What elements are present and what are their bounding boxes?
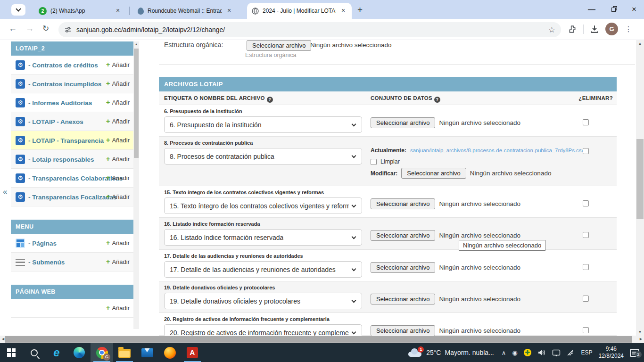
file-upload-button[interactable]: Seleccionar archivo [371, 262, 435, 273]
file-type-select[interactable]: 16. Listado índice formación reservada [164, 229, 362, 246]
sidebar-item[interactable]: - Submenús+Añadir [11, 253, 133, 272]
reload-button[interactable]: ↻ [42, 24, 49, 33]
start-button[interactable] [0, 343, 23, 362]
bookmark-star-icon[interactable]: ☆ [548, 25, 555, 35]
sidebar-item[interactable]: - Páginas+Añadir [11, 234, 133, 253]
close-icon[interactable]: × [339, 7, 347, 15]
notification-center-icon[interactable]: 2 [630, 349, 639, 357]
close-window-button[interactable]: × [623, 0, 644, 19]
file-type-select[interactable]: 6. Presupuesto de la institución [164, 116, 362, 133]
new-tab-button[interactable]: + [357, 5, 363, 15]
add-link[interactable]: +Añadir [106, 304, 130, 312]
close-icon[interactable]: × [114, 7, 122, 15]
file-upload-button[interactable]: Seleccionar archivo [247, 40, 311, 51]
file-upload-button[interactable]: Seleccionar archivo [371, 117, 435, 128]
file-upload-button[interactable]: Seleccionar archivo [371, 230, 435, 241]
add-link[interactable]: +Añadir [106, 60, 130, 68]
delete-checkbox[interactable] [583, 327, 589, 333]
sidebar-item[interactable]: ⚙- Lotaip responsables+Añadir [11, 150, 133, 169]
file-upload-button[interactable]: Seleccionar archivo [401, 168, 466, 179]
speaker-icon[interactable] [537, 349, 546, 356]
scrollbar-thumb[interactable] [5, 336, 632, 343]
sidebar-item[interactable]: ⚙- Transparencias Colaborativas+Añadir [11, 169, 133, 188]
add-link[interactable]: +Añadir [106, 173, 130, 181]
scroll-up-icon[interactable]: ▲ [636, 41, 644, 46]
taskbar-search-button[interactable] [23, 343, 45, 362]
scroll-up-icon[interactable]: ▲ [133, 42, 139, 46]
file-upload-button[interactable]: Seleccionar archivo [371, 198, 435, 209]
taskbar-edge[interactable] [68, 343, 91, 362]
url-bar[interactable]: sanjuan.gob.ec/admin/lotaip_2/lotaipv2/1… [58, 22, 561, 37]
forward-button[interactable]: → [25, 24, 34, 33]
add-link[interactable]: +Añadir [106, 192, 130, 200]
back-button[interactable]: ← [8, 24, 17, 33]
clock[interactable]: 9:46 12/8/2024 [599, 346, 624, 360]
download-icon[interactable] [590, 25, 599, 33]
scrollbar-thumb[interactable] [134, 49, 139, 158]
delete-checkbox[interactable] [583, 232, 589, 238]
horizontal-scrollbar[interactable]: ◄ ► [0, 336, 644, 343]
sidebar-collapse-arrow[interactable]: « [3, 187, 7, 197]
tab-whatsapp[interactable]: 2 (2) WhatsApp × [34, 3, 126, 19]
taskbar-ie[interactable]: e [45, 343, 68, 362]
tray-record-icon[interactable]: ◉ [512, 349, 517, 356]
add-link[interactable]: +Añadir [106, 257, 130, 265]
taskbar-file-explorer[interactable] [113, 343, 136, 362]
file-upload-button[interactable]: Seleccionar archivo [371, 325, 435, 336]
taskbar-acrobat[interactable]: A [181, 343, 204, 362]
taskbar-firefox[interactable] [158, 343, 181, 362]
antivirus-icon[interactable]: ✚ [524, 349, 531, 356]
dataset-cell: Seleccionar archivoNingún archivo selecc… [371, 281, 579, 313]
delete-checkbox[interactable] [583, 264, 589, 270]
sidebar-scrollbar[interactable]: ▲ [133, 41, 139, 329]
vertical-scrollbar[interactable]: ▲ ▼ [636, 40, 644, 336]
tab-search-button[interactable] [11, 4, 25, 16]
scroll-right-icon[interactable]: ► [639, 337, 643, 341]
file-type-select[interactable]: 17. Detalle de las audiencias y reunione… [164, 261, 362, 278]
profile-avatar[interactable]: G [605, 23, 618, 35]
delete-checkbox[interactable] [583, 296, 589, 302]
close-icon[interactable]: × [225, 7, 233, 15]
taskbar-chrome[interactable]: G [91, 343, 113, 362]
tray-chevron-icon[interactable]: ∧ [502, 349, 506, 356]
windows-logo-icon [7, 348, 16, 357]
extensions-icon[interactable] [568, 25, 577, 33]
scrollbar-thumb[interactable] [636, 139, 644, 219]
add-link[interactable]: +Añadir [106, 239, 130, 247]
weather-widget[interactable]: 1 25°C Mayorm. nubla... [405, 343, 497, 362]
sidebar-item[interactable]: ⚙- LOTAIP - Anexos+Añadir [11, 112, 133, 131]
clear-checkbox[interactable] [371, 159, 377, 165]
restore-button[interactable] [603, 0, 624, 19]
sidebar-item[interactable]: ⚙- Contratos incumplidos+Añadir [11, 74, 133, 93]
add-link[interactable]: +Añadir [106, 79, 130, 87]
sidebar-item[interactable]: ⚙- Contratos de créditos+Añadir [11, 56, 133, 74]
tune-icon [64, 26, 72, 33]
delete-checkbox[interactable] [583, 119, 589, 125]
taskbar-mail[interactable] [136, 343, 158, 362]
add-link[interactable]: +Añadir [106, 117, 130, 125]
delete-checkbox[interactable] [583, 200, 589, 206]
sidebar-item[interactable]: ⚙- Informes Auditorías+Añadir [11, 93, 133, 112]
minimize-button[interactable]: — [581, 0, 603, 19]
add-link[interactable]: +Añadir [106, 155, 130, 163]
delete-checkbox[interactable] [583, 148, 589, 154]
kebab-menu-icon[interactable]: ⋮ [625, 25, 632, 33]
tab-lotaip-active[interactable]: 2024 - Julio | Modificar LOTAIP × [247, 3, 352, 19]
plus-icon: + [106, 239, 110, 247]
file-type-select[interactable]: 8. Procesos de contratación publica [164, 148, 362, 165]
add-link[interactable]: +Añadir [106, 136, 130, 144]
sidebar-item[interactable]: ⚙- LOTAIP - Transparencia+Añadir [11, 131, 133, 150]
file-type-select[interactable]: 20. Registro de activos de información f… [164, 324, 362, 336]
current-file-link[interactable]: sanjuan/lotaip_archivos/8-procesos-de-co… [410, 148, 584, 153]
add-link[interactable]: +Añadir [106, 98, 130, 106]
scroll-down-icon[interactable]: ▼ [636, 330, 644, 334]
network-icon[interactable] [567, 349, 575, 356]
sidebar-item[interactable]: +Añadir [11, 299, 133, 318]
sidebar-item[interactable]: ⚙- Transparencias Focalizadas+Añadir [11, 188, 133, 206]
language-indicator[interactable]: ESP [581, 349, 593, 356]
file-upload-button[interactable]: Seleccionar archivo [371, 294, 435, 304]
cast-icon[interactable] [552, 349, 561, 356]
file-type-select[interactable]: 19. Detalle donativos oficiales y protoc… [164, 293, 362, 309]
tab-roundcube[interactable]: Roundcube Webmail :: Entrada × [133, 3, 238, 19]
file-type-select[interactable]: 15. Texto íntegro de los contratos colec… [164, 197, 362, 214]
